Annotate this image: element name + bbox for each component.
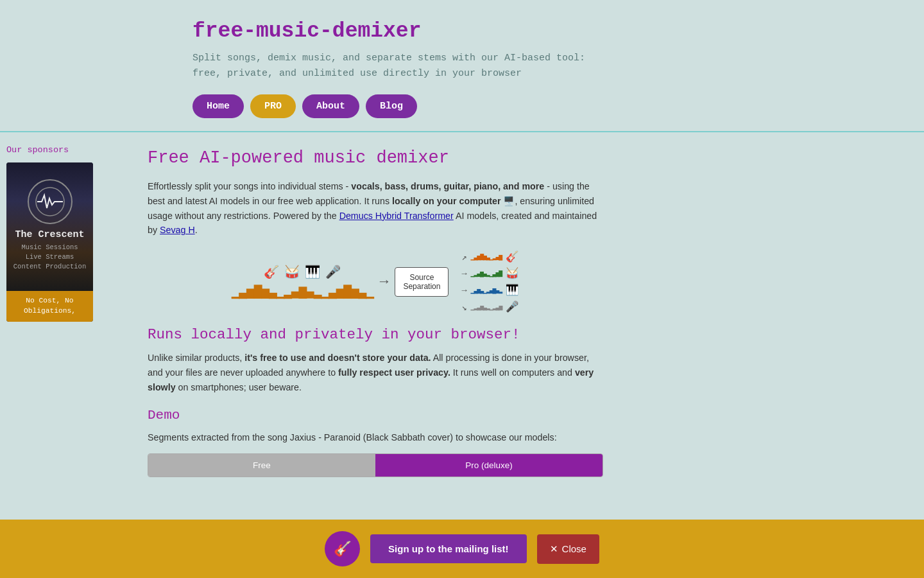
drums-icon: 🥁 bbox=[284, 265, 300, 280]
sidebar: Our sponsors The Crescent Music Sessions… bbox=[0, 132, 128, 493]
pro-column-header: Pro (deluxe) bbox=[375, 454, 603, 477]
nav-about-button[interactable]: About bbox=[302, 94, 359, 118]
input-arrow: → bbox=[380, 274, 389, 290]
main-content: Our sponsors The Crescent Music Sessions… bbox=[0, 132, 924, 493]
sponsor-name: The Crescent bbox=[15, 229, 84, 240]
sponsor-desc: Music Sessions Live Streams Content Prod… bbox=[10, 240, 90, 274]
site-title: free-music-demixer bbox=[193, 19, 924, 43]
sponsor-image: The Crescent Music Sessions Live Streams… bbox=[6, 162, 93, 291]
nav-home-button[interactable]: Home bbox=[193, 94, 244, 118]
content-area: Free AI-powered music demixer Effortless… bbox=[128, 132, 642, 493]
stem-arrow-keys: → bbox=[461, 286, 466, 295]
source-separation-box: SourceSeparation bbox=[395, 267, 449, 297]
stem-icon-guitar: 🎸 bbox=[506, 250, 519, 263]
heartbeat-icon bbox=[34, 186, 66, 218]
demucs-link[interactable]: Demucs Hybrid Transformer bbox=[339, 211, 454, 221]
main-heading: Free AI-powered music demixer bbox=[148, 148, 603, 168]
input-waveform: ▁▃▅▇▅▃▁▂▄▆▄▂▁▃▅▇▅▃▁ bbox=[232, 283, 373, 299]
header: free-music-demixer Split songs, demix mu… bbox=[0, 0, 924, 132]
demo-heading: Demo bbox=[148, 408, 603, 423]
guitar-icon: 🎸 bbox=[264, 265, 279, 280]
sevag-link[interactable]: Sevag H bbox=[160, 225, 195, 235]
nav-pro-button[interactable]: PRO bbox=[250, 94, 296, 118]
sponsors-label: Our sponsors bbox=[6, 145, 122, 155]
demo-table-header: Free Pro (deluxe) bbox=[148, 454, 603, 477]
stem-wave-keys: ▁▃▅▃▁▂▄▆▄▂ bbox=[471, 286, 502, 294]
stem-arrow-guitar: ↗ bbox=[461, 252, 466, 263]
subtitle: Split songs, demix music, and separate s… bbox=[193, 51, 924, 82]
privacy-heading: Runs locally and privately in your brows… bbox=[148, 326, 603, 343]
mic-icon: 🎤 bbox=[325, 265, 341, 280]
stem-drums: → ▁▂▄▆▄▂▁▃▅▇ 🥁 bbox=[461, 267, 519, 280]
sponsor-logo bbox=[28, 179, 73, 224]
nav-bar: Home PRO About Blog bbox=[193, 94, 924, 118]
stem-keys: → ▁▃▅▃▁▂▄▆▄▂ 🎹 bbox=[461, 284, 519, 297]
stem-arrow-vocals: ↘ bbox=[461, 302, 466, 313]
diagram-left: 🎸 🥁 🎹 🎤 ▁▃▅▇▅▃▁▂▄▆▄▂▁▃▅▇▅▃▁ bbox=[232, 265, 373, 299]
stem-arrow-drums: → bbox=[461, 269, 466, 279]
demo-description: Segments extracted from the song Jaxius … bbox=[148, 430, 603, 445]
stem-icon-keys: 🎹 bbox=[506, 284, 519, 297]
keyboard-icon: 🎹 bbox=[305, 265, 320, 280]
diagram-right: ↗ ▁▃▅▇▅▃▁▂▄▆ 🎸 → ▁▂▄▆▄▂▁▃▅▇ 🥁 → ▁▃▅▃▁▂▄▆… bbox=[461, 250, 519, 313]
free-column-header: Free bbox=[148, 454, 375, 477]
stem-wave-guitar: ▁▃▅▇▅▃▁▂▄▆ bbox=[471, 253, 502, 261]
stem-icon-drums: 🥁 bbox=[506, 267, 519, 280]
nav-blog-button[interactable]: Blog bbox=[366, 94, 417, 118]
input-icons: 🎸 🥁 🎹 🎤 bbox=[264, 265, 341, 280]
stem-wave-vocals: ▁▂▃▅▃▂▁▂▃▅ bbox=[471, 303, 502, 311]
privacy-paragraph: Unlike similar products, it's free to us… bbox=[148, 351, 603, 394]
source-separation-diagram: 🎸 🥁 🎹 🎤 ▁▃▅▇▅▃▁▂▄▆▄▂▁▃▅▇▅▃▁ → SourceSepa… bbox=[148, 250, 603, 313]
stem-vocals: ↘ ▁▂▃▅▃▂▁▂▃▅ 🎤 bbox=[461, 301, 519, 313]
stem-wave-drums: ▁▂▄▆▄▂▁▃▅▇ bbox=[471, 270, 502, 277]
demo-table: Free Pro (deluxe) bbox=[148, 453, 603, 477]
stem-guitar: ↗ ▁▃▅▇▅▃▁▂▄▆ 🎸 bbox=[461, 250, 519, 263]
stem-icon-vocals: 🎤 bbox=[506, 301, 519, 313]
sponsor-cta: No Cost, No Obligations, bbox=[6, 291, 93, 322]
intro-paragraph: Effortlessly split your songs into indiv… bbox=[148, 179, 603, 238]
sponsor-card: The Crescent Music Sessions Live Streams… bbox=[6, 162, 93, 322]
